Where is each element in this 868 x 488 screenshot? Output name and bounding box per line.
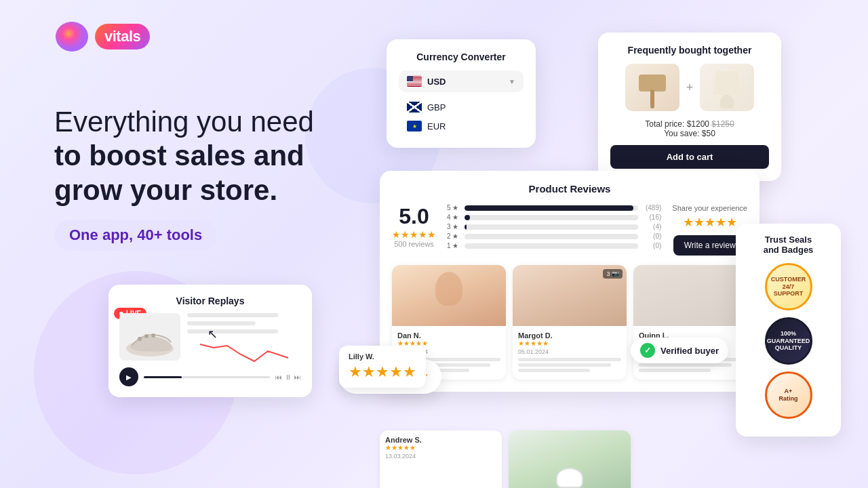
trust-badge-customer-support: CUSTOMER24/7SUPPORT [765, 263, 812, 310]
verified-check-icon: ✓ [640, 343, 655, 358]
trust-badge-rating: A+Rating [765, 371, 812, 419]
pause-icon[interactable]: ⏸ [285, 373, 292, 381]
bar-fill-4 [465, 215, 470, 220]
lamp-shape [710, 71, 744, 108]
bar-track-1 [465, 243, 638, 249]
hero-text-block: Everything you need to boost sales and g… [54, 105, 314, 251]
reviews-total-count: 500 reviews [392, 240, 436, 248]
fbt-card: Frequently bought together + Total price… [598, 33, 781, 181]
currency-option-eur[interactable]: ★ EUR [399, 117, 524, 136]
review-stars-andrew: ★★★★★ [385, 444, 496, 451]
trust-badge-quality: 100%GUARANTEEDQUALITY [765, 317, 812, 365]
review-spacer [637, 430, 760, 488]
reviews-score-block: 5.0 ★★★★★ 500 reviews [392, 204, 436, 256]
reviewer-name-andrew: Andrew S. [385, 436, 496, 444]
bar-count-1: (0) [642, 242, 661, 249]
hero-line-3: grow your store. [54, 174, 314, 207]
play-button[interactable]: ▶ [119, 367, 138, 386]
review-item-danielle: Danielle A. [509, 430, 631, 488]
bar-count-4: (16) [642, 214, 661, 221]
fbt-save-label: You save: $50 [610, 129, 769, 138]
review-body-andrew: Andrew S. ★★★★★ 13.03.2024 [380, 430, 502, 465]
review-item-margot: 3 📷 Margot D. ★★★★★ 05.01.2024 [513, 265, 627, 380]
currency-converter-title: Currency Converter [399, 52, 524, 62]
vr-line [187, 329, 278, 333]
gbp-label: GBP [427, 102, 446, 113]
hero-tagline: One app, 40+ tools [54, 220, 217, 251]
bottom-reviews-row: Andrew S. ★★★★★ 13.03.2024 Danielle A. [380, 430, 760, 488]
vr-line [187, 321, 256, 325]
review-photo-cream [509, 430, 631, 488]
cream-jar-icon [556, 468, 583, 488]
chevron-down-icon: ▼ [509, 78, 515, 85]
bar-track-2 [465, 234, 638, 239]
flag-us-icon [407, 76, 422, 87]
fbt-product-1 [625, 64, 679, 111]
share-experience-text: Share your experience [672, 204, 747, 212]
reviews-title: Product Reviews [392, 183, 747, 195]
svg-point-3 [138, 337, 142, 341]
visitor-replays-card: Visitor Replays LIVE [108, 285, 312, 397]
vr-line [187, 313, 278, 317]
photo-count-badge: 3 📷 [603, 269, 623, 279]
reviewer-name: Margot D. [518, 331, 621, 340]
app-name: vitals [95, 24, 150, 49]
skip-back-icon[interactable]: ⏮ [275, 373, 282, 381]
bar-count-3: (4) [642, 223, 661, 230]
fbt-pricing: Total price: $1200 $1250 You save: $50 [610, 119, 769, 138]
fbt-plus-icon: + [686, 81, 694, 95]
bar-row-3: 3 ★ (4) [447, 223, 661, 230]
bar-fill-3 [465, 224, 467, 230]
fbt-total-price: Total price: $1200 $1250 [610, 119, 769, 129]
reviews-bar-chart: 5 ★ (489) 4 ★ (16) 3 ★ (4) 2 ★ (0) 1 ★ [447, 204, 661, 256]
reviewer-name: Dan N. [397, 331, 500, 340]
currency-converter-card: Currency Converter USD ▼ GBP ★ EUR [387, 39, 536, 148]
lamp-base [720, 95, 734, 108]
skip-forward-icon[interactable]: ⏭ [294, 373, 301, 381]
eur-label: EUR [427, 121, 446, 131]
fbt-title: Frequently bought together [610, 45, 769, 56]
lamp-shade [713, 71, 741, 95]
flag-eu-icon: ★ [407, 121, 422, 131]
progress-fill [144, 376, 182, 378]
cursor-icon: ↖ [208, 327, 218, 342]
review-body: Margot D. ★★★★★ 05.01.2024 [513, 326, 627, 380]
bar-row-1: 1 ★ (0) [447, 242, 661, 249]
verified-buyer-label: Verified buyer [660, 346, 719, 356]
progress-bar [144, 376, 270, 378]
review-photo-quinn [633, 265, 747, 326]
bar-count-2: (0) [642, 232, 661, 240]
reviews-score-stars: ★★★★★ [392, 229, 436, 240]
bar-label-3: 3 ★ [447, 223, 460, 230]
review-item-andrew: Andrew S. ★★★★★ 13.03.2024 [380, 430, 502, 488]
chart-svg [187, 338, 301, 365]
bar-fill-5 [465, 205, 633, 211]
bar-count-5: (489) [642, 204, 661, 211]
add-to-cart-button[interactable]: Add to cart [610, 145, 769, 169]
reviews-score-number: 5.0 [392, 204, 436, 229]
currency-selected-row[interactable]: USD ▼ [399, 70, 524, 92]
bar-track-4 [465, 215, 638, 220]
review-photo-face [392, 265, 506, 326]
bar-row-4: 4 ★ (16) [447, 214, 661, 221]
bar-row-2: 2 ★ (0) [447, 232, 661, 240]
fbt-original-price: $1250 [711, 119, 734, 129]
review-stars: ★★★★★ [518, 340, 621, 347]
review-text-lines [518, 358, 621, 372]
hero-line-2: to boost sales and [54, 139, 314, 173]
currency-selected-label: USD [427, 77, 503, 87]
bar-label-2: 2 ★ [447, 232, 460, 240]
reviews-summary: 5.0 ★★★★★ 500 reviews 5 ★ (489) 4 ★ (16)… [392, 204, 747, 256]
currency-option-gbp[interactable]: GBP [399, 98, 524, 117]
svg-point-5 [151, 333, 155, 338]
visitor-replays-title: Visitor Replays [119, 296, 301, 306]
lilly-review-card: Lilly W. ★★★★★ [339, 346, 426, 388]
bar-row-5: 5 ★ (489) [447, 204, 661, 211]
review-date: 05.01.2024 [518, 348, 621, 355]
flag-gb-icon [407, 102, 422, 113]
vr-controls: ⏮ ⏸ ⏭ [275, 373, 301, 381]
trust-seals-title: Trust Sealsand Badges [747, 235, 830, 255]
lilly-review-stars: ★★★★★ [349, 363, 416, 381]
bar-label-1: 1 ★ [447, 242, 460, 249]
stool-shape [635, 75, 669, 108]
